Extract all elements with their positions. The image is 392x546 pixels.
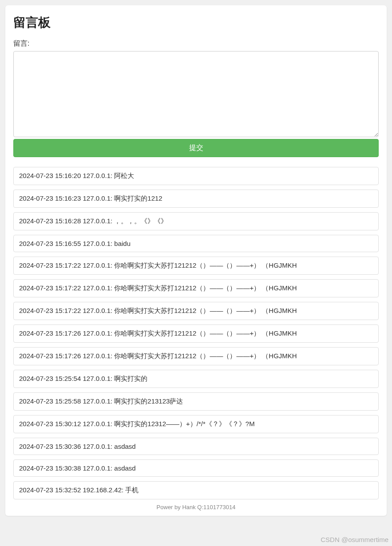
- message-row: 2024-07-23 15:25:58 127.0.0.1: 啊实打实的2131…: [13, 392, 379, 411]
- message-board-card: 留言板 留言: 提交 2024-07-23 15:16:20 127.0.0.1…: [5, 5, 387, 516]
- page-title: 留言板: [13, 14, 379, 31]
- submit-button[interactable]: 提交: [13, 139, 379, 157]
- message-row: 2024-07-23 15:30:36 127.0.0.1: asdasd: [13, 438, 379, 455]
- message-row: 2024-07-23 15:16:20 127.0.0.1: 阿松大: [13, 167, 379, 185]
- message-row: 2024-07-23 15:30:12 127.0.0.1: 啊实打实的1231…: [13, 415, 379, 433]
- message-row: 2024-07-23 15:30:38 127.0.0.1: asdasd: [13, 459, 379, 477]
- footer-text: Power by Hank Q:1101773014: [13, 504, 379, 510]
- message-row: 2024-07-23 15:25:54 127.0.0.1: 啊实打实的: [13, 370, 379, 388]
- message-row: 2024-07-23 15:16:23 127.0.0.1: 啊实打实的1212: [13, 190, 379, 208]
- message-row: 2024-07-23 15:32:52 192.168.2.42: 手机: [13, 481, 379, 499]
- message-row: 2024-07-23 15:16:28 127.0.0.1: ，。，。《》《》: [13, 212, 379, 230]
- message-input[interactable]: [13, 51, 379, 137]
- message-row: 2024-07-23 15:17:22 127.0.0.1: 你哈啊实打实大苏打…: [13, 279, 379, 297]
- message-row: 2024-07-23 15:17:22 127.0.0.1: 你哈啊实打实大苏打…: [13, 257, 379, 275]
- message-list: 2024-07-23 15:16:20 127.0.0.1: 阿松大2024-0…: [13, 167, 379, 499]
- message-row: 2024-07-23 15:16:55 127.0.0.1: baidu: [13, 235, 379, 252]
- message-row: 2024-07-23 15:17:26 127.0.0.1: 你哈啊实打实大苏打…: [13, 324, 379, 343]
- message-row: 2024-07-23 15:17:22 127.0.0.1: 你哈啊实打实大苏打…: [13, 302, 379, 320]
- message-row: 2024-07-23 15:17:26 127.0.0.1: 你哈啊实打实大苏打…: [13, 347, 379, 365]
- message-label: 留言:: [13, 39, 379, 48]
